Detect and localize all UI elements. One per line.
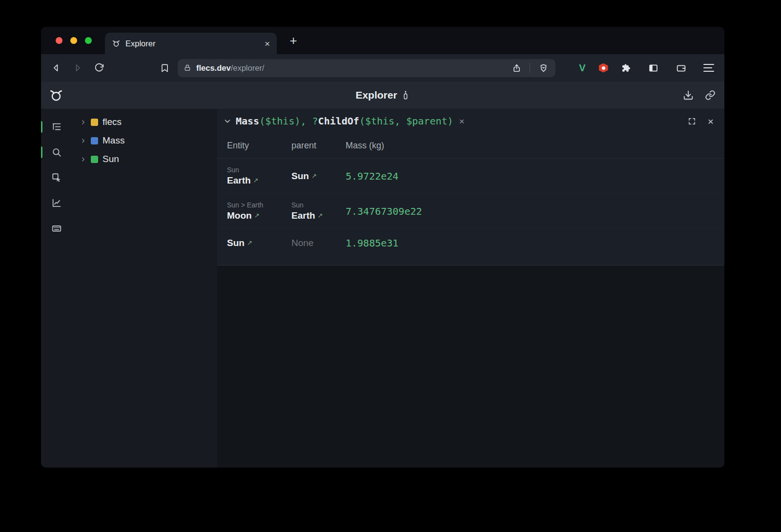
mass-value: 1.9885e31 xyxy=(346,237,398,249)
tree-item-mass[interactable]: Mass xyxy=(72,131,217,150)
tree-item-label: Sun xyxy=(103,154,119,164)
fullscreen-icon[interactable] xyxy=(686,115,698,127)
connection-icon[interactable] xyxy=(402,89,410,101)
zoom-window-button[interactable] xyxy=(85,37,92,44)
entity-color-swatch xyxy=(91,137,98,144)
query-actions: × xyxy=(686,115,717,127)
address-bar[interactable]: flecs.dev/explorer/ xyxy=(178,59,555,77)
new-tab-button[interactable]: + xyxy=(285,32,302,49)
entity-name: Moon xyxy=(227,210,252,221)
table-row: Sun Earth↗ Sun↗ 5.9722e24 xyxy=(217,159,724,194)
reload-button[interactable] xyxy=(91,60,107,76)
entity-color-swatch xyxy=(91,156,98,163)
flecs-favicon-icon xyxy=(112,39,121,48)
entity-path: Sun xyxy=(227,166,291,174)
chevron-right-icon[interactable] xyxy=(80,156,86,163)
url-text: flecs.dev/explorer/ xyxy=(196,63,264,73)
entity-link[interactable]: Moon↗ xyxy=(227,210,291,221)
inspector-icon[interactable] xyxy=(46,167,67,188)
tab-close-icon[interactable]: × xyxy=(265,39,270,48)
parent-none: None xyxy=(291,238,313,248)
app-header: Explorer xyxy=(41,82,724,109)
hexagon-extension-icon[interactable] xyxy=(596,63,611,73)
close-window-button[interactable] xyxy=(56,37,62,44)
external-link-icon: ↗ xyxy=(318,212,323,219)
parent-path: Sun xyxy=(291,201,346,209)
extensions-puzzle-icon[interactable] xyxy=(617,60,634,76)
wallet-icon[interactable] xyxy=(673,60,689,76)
share-icon[interactable] xyxy=(510,61,523,74)
entity-tree-icon[interactable] xyxy=(46,116,67,138)
parent-link[interactable]: Earth↗ xyxy=(291,210,346,221)
screen: Explorer × + flecs. xyxy=(0,0,781,532)
sidebar-toggle-icon[interactable] xyxy=(645,60,661,76)
table-row: Sun > Earth Moon↗ Sun Earth↗ 7.34767309e… xyxy=(217,194,724,229)
chevron-down-icon[interactable] xyxy=(223,117,232,125)
mass-value: 7.34767309e22 xyxy=(346,205,422,217)
entity-link[interactable]: Sun↗ xyxy=(227,238,252,248)
chevron-right-icon[interactable] xyxy=(80,138,86,144)
download-icon[interactable] xyxy=(681,88,696,102)
tree-item-label: Mass xyxy=(103,135,124,146)
query-term: ($this, $parent) xyxy=(359,115,453,127)
tab-strip: Explorer × + xyxy=(41,27,724,54)
entity-path: Sun > Earth xyxy=(227,201,291,209)
query-expression[interactable]: Mass($this), ?ChildOf($this, $parent) xyxy=(236,115,453,127)
flecs-logo-icon[interactable] xyxy=(49,88,63,102)
parent-name: Sun xyxy=(291,171,309,182)
entity-link[interactable]: Earth↗ xyxy=(227,175,291,186)
browser-tab-explorer[interactable]: Explorer × xyxy=(105,33,277,54)
header-actions xyxy=(681,88,724,102)
external-link-icon: ↗ xyxy=(253,177,259,184)
entity-tree-panel: flecs Mass Sun xyxy=(72,109,217,468)
query-term: ChildOf xyxy=(318,115,359,127)
url-host: flecs.dev xyxy=(196,63,231,72)
table-header: Entity parent Mass (kg) xyxy=(217,133,724,159)
column-header-mass: Mass (kg) xyxy=(346,141,724,151)
extension-icons: V xyxy=(575,60,717,76)
main-panel: Mass($this), ?ChildOf($this, $parent) × … xyxy=(217,109,724,468)
sidebar-rail xyxy=(41,109,72,468)
tree-item-sun[interactable]: Sun xyxy=(72,150,217,168)
external-link-icon: ↗ xyxy=(247,239,252,246)
column-header-entity: Entity xyxy=(227,141,291,151)
query-clear-icon[interactable]: × xyxy=(459,117,465,126)
entity-color-swatch xyxy=(91,119,98,126)
query-header: Mass($this), ?ChildOf($this, $parent) × … xyxy=(217,109,724,133)
browser-toolbar: flecs.dev/explorer/ V xyxy=(41,54,724,82)
page-title: Explorer xyxy=(355,89,397,101)
tab-title: Explorer xyxy=(125,39,260,48)
mass-value: 5.9722e24 xyxy=(346,170,398,182)
url-path: /explorer/ xyxy=(231,63,265,72)
forward-button[interactable] xyxy=(69,60,86,76)
external-link-icon: ↗ xyxy=(311,172,317,180)
panel-close-icon[interactable]: × xyxy=(705,115,717,127)
tree-item-flecs[interactable]: flecs xyxy=(72,113,217,131)
tree-item-label: flecs xyxy=(103,117,122,127)
vue-devtools-icon[interactable]: V xyxy=(575,62,590,74)
commands-keyboard-icon[interactable] xyxy=(46,218,67,239)
active-indicator xyxy=(41,146,42,158)
external-link-icon: ↗ xyxy=(254,212,260,219)
page-title-group: Explorer xyxy=(355,89,410,101)
link-icon[interactable] xyxy=(703,88,718,102)
table-row: Sun↗ None 1.9885e31 xyxy=(217,229,724,257)
content-area: flecs Mass Sun xyxy=(41,109,724,468)
brave-shields-icon[interactable] xyxy=(537,61,550,74)
parent-link[interactable]: Sun↗ xyxy=(291,171,317,182)
divider xyxy=(530,63,530,73)
browser-window: Explorer × + flecs. xyxy=(41,27,724,468)
search-icon[interactable] xyxy=(46,142,67,163)
minimize-window-button[interactable] xyxy=(70,37,77,44)
menu-icon[interactable] xyxy=(700,60,717,76)
bookmark-button[interactable] xyxy=(156,60,173,76)
traffic-lights xyxy=(41,37,92,44)
lock-icon xyxy=(184,64,191,72)
stats-chart-icon[interactable] xyxy=(46,192,67,214)
query-term: ($this), ? xyxy=(259,115,318,127)
back-button[interactable] xyxy=(48,60,64,76)
entity-name: Earth xyxy=(227,175,251,186)
chevron-right-icon[interactable] xyxy=(80,119,86,125)
entity-name: Sun xyxy=(227,238,245,248)
query-term: Mass xyxy=(236,115,259,127)
